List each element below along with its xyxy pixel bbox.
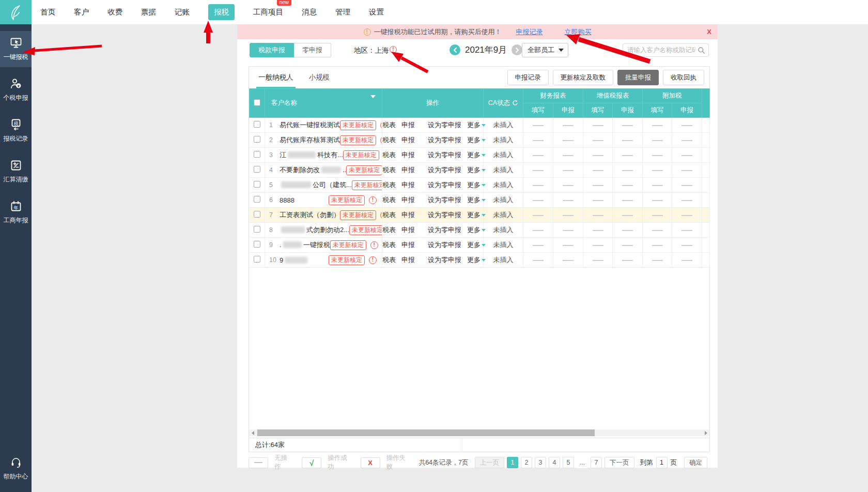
row-warning-icon[interactable]: ! <box>369 256 377 264</box>
tab-一般纳税人[interactable]: 一般纳税人 <box>256 67 296 88</box>
tax-form-link[interactable]: 税表 <box>382 180 396 190</box>
region-warning-icon[interactable]: ! <box>390 46 397 53</box>
page-number-4[interactable]: 4 <box>549 457 560 468</box>
more-link[interactable]: 更多 <box>467 150 486 160</box>
more-link[interactable]: 更多 <box>467 225 486 235</box>
next-page-button[interactable]: 下一页 <box>605 457 634 468</box>
tax-form-link[interactable]: 税表 <box>382 210 396 220</box>
sidebar-item-个税申报[interactable]: ¥个税申报 <box>0 72 32 108</box>
row-checkbox[interactable] <box>254 196 260 203</box>
button-更新核定及取数[interactable]: 更新核定及取数 <box>553 70 614 85</box>
row-checkbox[interactable] <box>254 226 260 233</box>
set-zero-declare-link[interactable]: 设为零申报 <box>428 240 461 250</box>
previous-month-button[interactable] <box>450 44 460 55</box>
topnav-item-票据[interactable]: 票据 <box>141 7 156 17</box>
row-warning-icon[interactable]: ! <box>380 211 382 219</box>
declare-link[interactable]: 申报 <box>401 255 415 265</box>
set-zero-declare-link[interactable]: 设为零申报 <box>428 150 461 160</box>
topnav-item-工商项目[interactable]: 工商项目new <box>253 7 283 17</box>
declare-link[interactable]: 申报 <box>401 135 415 145</box>
topnav-item-记账[interactable]: 记账 <box>175 7 190 17</box>
more-link[interactable]: 更多 <box>467 135 486 145</box>
topnav-item-收费[interactable]: 收费 <box>107 7 122 17</box>
buy-now-link[interactable]: 立即购买 <box>565 27 592 37</box>
page-number-1[interactable]: 1 <box>507 457 518 468</box>
page-number-5[interactable]: 5 <box>563 457 574 468</box>
row-checkbox[interactable] <box>254 241 260 248</box>
app-logo[interactable] <box>0 0 32 24</box>
mode-tab-税款申报[interactable]: 税款申报 <box>250 43 294 57</box>
set-zero-declare-link[interactable]: 设为零申报 <box>428 195 461 205</box>
prev-page-button[interactable]: 上一页 <box>475 457 505 468</box>
goto-page-input[interactable] <box>656 457 668 468</box>
tax-form-link[interactable]: 税表 <box>382 150 396 160</box>
set-zero-declare-link[interactable]: 设为零申报 <box>428 165 461 175</box>
search-icon[interactable] <box>698 47 705 56</box>
scroll-left-arrow[interactable] <box>249 429 256 436</box>
scrollbar-thumb[interactable] <box>257 429 595 436</box>
set-zero-declare-link[interactable]: 设为零申报 <box>428 225 461 235</box>
tax-form-link[interactable]: 税表 <box>382 255 396 265</box>
tax-form-link[interactable]: 税表 <box>382 195 396 205</box>
refresh-icon[interactable] <box>512 100 518 107</box>
sidebar-item-汇算清缴[interactable]: 汇算清缴 <box>0 153 32 190</box>
row-checkbox[interactable] <box>254 121 260 128</box>
more-link[interactable]: 更多 <box>467 180 486 190</box>
button-收取回执[interactable]: 收取回执 <box>663 70 704 85</box>
declare-link[interactable]: 申报 <box>401 225 415 235</box>
declare-link[interactable]: 申报 <box>401 240 415 250</box>
more-link[interactable]: 更多 <box>467 120 486 130</box>
tax-form-link[interactable]: 税表 <box>382 120 396 130</box>
topnav-item-首页[interactable]: 首页 <box>40 7 55 17</box>
row-checkbox[interactable] <box>254 256 260 263</box>
next-month-button[interactable] <box>512 44 522 55</box>
set-zero-declare-link[interactable]: 设为零申报 <box>428 120 461 130</box>
declare-link[interactable]: 申报 <box>401 165 415 175</box>
declare-link[interactable]: 申报 <box>401 195 415 205</box>
sidebar-item-help-center[interactable]: 帮助中心 <box>0 451 32 487</box>
declare-link[interactable]: 申报 <box>401 120 415 130</box>
set-zero-declare-link[interactable]: 设为零申报 <box>428 210 461 220</box>
more-link[interactable]: 更多 <box>467 240 486 250</box>
row-checkbox[interactable] <box>254 136 260 143</box>
topnav-item-管理[interactable]: 管理 <box>335 7 350 17</box>
declare-link[interactable]: 申报 <box>401 180 415 190</box>
tax-form-link[interactable]: 税表 <box>382 165 396 175</box>
row-warning-icon[interactable]: ! <box>369 196 377 204</box>
sidebar-item-一键报税[interactable]: 一键报税 <box>0 31 32 67</box>
scroll-right-arrow[interactable] <box>702 429 709 436</box>
more-link[interactable]: 更多 <box>467 165 486 175</box>
row-checkbox[interactable] <box>254 181 260 188</box>
topnav-item-消息[interactable]: 消息 <box>302 7 317 17</box>
confirm-page-button[interactable]: 确定 <box>684 457 707 468</box>
page-number-3[interactable]: 3 <box>535 457 546 468</box>
row-warning-icon[interactable]: ! <box>370 241 378 249</box>
row-warning-icon[interactable]: ! <box>380 136 382 144</box>
declare-link[interactable]: 申报 <box>401 150 415 160</box>
more-link[interactable]: 更多 <box>467 210 486 220</box>
set-zero-declare-link[interactable]: 设为零申报 <box>428 180 461 190</box>
tax-form-link[interactable]: 税表 <box>382 135 396 145</box>
filter-caret-icon[interactable] <box>370 95 376 98</box>
topnav-item-设置[interactable]: 设置 <box>369 7 384 17</box>
topnav-item-报税[interactable]: 报税 <box>208 4 235 20</box>
tab-小规模[interactable]: 小规模 <box>307 67 332 88</box>
set-zero-declare-link[interactable]: 设为零申报 <box>428 135 461 145</box>
search-input[interactable] <box>623 44 695 56</box>
select-all-checkbox[interactable] <box>254 99 260 106</box>
staff-filter-select[interactable]: 全部员工 <box>522 43 568 57</box>
button-申报记录[interactable]: 申报记录 <box>507 70 549 85</box>
declare-link[interactable]: 申报 <box>401 210 415 220</box>
more-link[interactable]: 更多 <box>467 255 486 265</box>
mode-tab-零申报[interactable]: 零申报 <box>294 43 331 57</box>
sidebar-item-报税记录[interactable]: 税报税记录 <box>0 113 32 149</box>
topnav-item-客户[interactable]: 客户 <box>74 7 89 17</box>
row-warning-icon[interactable]: ! <box>380 121 382 129</box>
close-icon[interactable]: X <box>707 28 711 36</box>
more-link[interactable]: 更多 <box>467 195 486 205</box>
set-zero-declare-link[interactable]: 设为零申报 <box>428 255 461 265</box>
tax-form-link[interactable]: 税表 <box>382 225 396 235</box>
row-checkbox[interactable] <box>254 151 260 158</box>
page-number-7[interactable]: 7 <box>591 457 602 468</box>
page-number-2[interactable]: 2 <box>521 457 532 468</box>
